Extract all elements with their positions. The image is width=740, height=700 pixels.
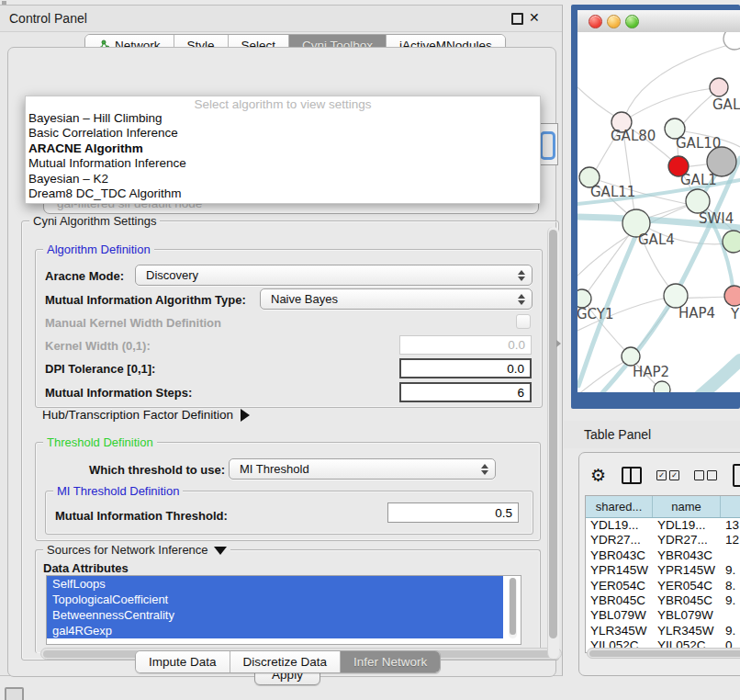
cell-value: 9. [721, 624, 740, 638]
network-canvas[interactable]: GALGAL80GAL10GAL1GAL11SWI4GAL4GCY1HAP4YH… [577, 32, 740, 392]
table-row[interactable]: YBL079WYBL079W [586, 608, 740, 623]
list-scrollbar-thumb[interactable] [510, 578, 516, 635]
algorithm-item-aracne-algorithm[interactable]: ARACNE Algorithm [26, 141, 540, 156]
tab-label: Infer Network [353, 655, 427, 669]
network-node-label: GAL80 [611, 128, 656, 144]
minimized-panel-icon[interactable] [5, 687, 24, 700]
table-toolbar: ⚙ ✓✓ [585, 460, 740, 490]
cell-shared-name: YBR043C [586, 548, 653, 563]
tab-infer-network[interactable]: Infer Network [341, 651, 440, 672]
cell-shared-name: YPR145W [586, 563, 653, 578]
mi-type-combobox[interactable]: Naive Bayes [260, 288, 533, 310]
deselect-all-icon[interactable] [694, 470, 717, 480]
table-row[interactable]: YDL19...YDL19...13 [586, 518, 740, 533]
cell-shared-name: YBR045C [586, 593, 653, 608]
mi-steps-label: Mutual Information Steps: [45, 386, 192, 400]
focused-stepper-fragment [540, 131, 555, 160]
network-view-window: GALGAL80GAL10GAL1GAL11SWI4GAL4GCY1HAP4YH… [571, 5, 740, 409]
network-node[interactable] [723, 32, 740, 50]
column-header-shared[interactable]: shared... [586, 496, 653, 517]
network-node-label: SWI4 [699, 210, 734, 227]
document-icon[interactable] [733, 464, 740, 487]
algorithm-item-bayesian-k2[interactable]: Bayesian – K2 [26, 172, 540, 186]
aracne-mode-value: Discovery [146, 268, 198, 282]
algorithm-item-dream8-dc-tdc-algorithm[interactable]: Dream8 DC_TDC Algorithm [26, 186, 540, 201]
data-attributes-list[interactable]: SelfLoopsTopologicalCoefficientBetweenne… [46, 575, 521, 645]
cell-shared-name: YBL079W [586, 608, 653, 623]
table-row[interactable]: YER054CYER054C8. [586, 579, 740, 593]
algorithm-dropdown-placeholder: Select algorithm to view settings [26, 97, 540, 111]
settings-vertical-thumb[interactable] [549, 230, 557, 638]
cell-name: YER054C [653, 579, 721, 593]
table-row[interactable]: YBR045CYBR045C9. [586, 593, 740, 608]
attribute-item-selfloops[interactable]: SelfLoops [47, 576, 503, 592]
network-node-hap2[interactable] [622, 347, 640, 366]
cell-shared-name: YLR345W [586, 624, 653, 638]
mi-threshold-field[interactable]: 0.5 [387, 502, 519, 523]
mi-steps-field[interactable]: 6 [399, 382, 532, 402]
aracne-mode-combobox[interactable]: Discovery [135, 265, 533, 286]
cell-name: YLR345W [653, 624, 721, 638]
select-all-icon[interactable]: ✓✓ [656, 470, 679, 480]
sources-title-row[interactable]: Sources for Network Inference [43, 543, 230, 557]
network-node-gcy1[interactable] [577, 289, 591, 308]
expand-arrow-icon[interactable] [241, 409, 250, 422]
table-row[interactable]: YDR27...YDR27...12 [586, 533, 740, 548]
network-node-y[interactable] [724, 286, 740, 306]
splitter-arrow-icon[interactable] [556, 340, 561, 347]
cell-value: 9. [721, 563, 740, 578]
tab-discretize-data[interactable]: Discretize Data [230, 651, 342, 672]
close-icon[interactable]: ✕ [529, 10, 540, 25]
algorithm-item-mutual-information-inference[interactable]: Mutual Information Inference [26, 156, 540, 171]
network-node-label: HAP4 [678, 305, 715, 322]
which-threshold-value: MI Threshold [240, 462, 309, 476]
which-threshold-combobox[interactable]: MI Threshold [229, 458, 496, 480]
attribute-item-betweennesscentrality[interactable]: BetweennessCentrality [47, 607, 503, 623]
attribute-item-topologicalcoefficient[interactable]: TopologicalCoefficient [47, 592, 503, 607]
table-horizontal-scrollbar[interactable] [587, 648, 740, 659]
cell-value [721, 608, 740, 623]
table-horizontal-thumb[interactable] [589, 650, 740, 657]
cell-name: YBR043C [653, 548, 721, 563]
network-graph: GALGAL80GAL10GAL1GAL11SWI4GAL4GCY1HAP4YH… [577, 32, 740, 392]
table-row[interactable]: YBR043CYBR043C [586, 548, 740, 563]
close-traffic-light[interactable] [589, 15, 602, 28]
float-window-icon[interactable] [511, 13, 523, 25]
hub-section-label: Hub/Transcription Factor Definition [42, 408, 233, 422]
list-scrollbar[interactable] [509, 578, 517, 638]
network-node[interactable] [723, 231, 740, 253]
algorithm-item-bayesian-hill-climbing[interactable]: Bayesian – Hill Climbing [26, 111, 540, 126]
settings-vertical-scrollbar[interactable] [547, 227, 559, 659]
cell-name: YBL079W [653, 608, 721, 623]
mi-type-label: Mutual Information Algorithm Type: [45, 293, 246, 307]
zoom-traffic-light[interactable] [625, 15, 639, 28]
network-node[interactable] [654, 381, 670, 392]
tab-label: Discretize Data [243, 655, 328, 669]
network-node-label: HAP2 [633, 364, 669, 380]
network-node-gal[interactable] [710, 78, 728, 96]
manual-kernel-checkbox[interactable] [516, 314, 531, 329]
threshold-definition-title: Threshold Definition [43, 435, 157, 449]
cell-shared-name: YER054C [586, 579, 653, 593]
algorithm-item-basic-correlation-inference[interactable]: Basic Correlation Inference [26, 126, 540, 141]
attribute-item-gal4rgexp[interactable]: gal4RGexp [47, 623, 503, 638]
screen: { "colors": { "legend_blue": "#2525cf", … [0, 0, 740, 700]
column-header-cut[interactable] [721, 496, 740, 517]
network-window-titlebar[interactable] [577, 10, 740, 33]
network-node-label: Y [730, 306, 740, 322]
table-row[interactable]: YPR145WYPR145W9. [586, 563, 740, 578]
collapse-arrow-icon[interactable] [214, 547, 227, 555]
cell-name: YPR145W [653, 563, 721, 578]
dpi-tolerance-field[interactable]: 0.0 [399, 358, 532, 378]
network-node-label: GCY1 [577, 306, 614, 322]
split-view-icon[interactable] [622, 467, 642, 484]
gear-icon[interactable]: ⚙ [590, 465, 606, 485]
minimize-traffic-light[interactable] [607, 15, 621, 28]
table-row[interactable]: YLR345WYLR345W9. [586, 624, 740, 638]
control-panel-title: Control Panel [9, 11, 87, 26]
tab-impute-data[interactable]: Impute Data [136, 651, 230, 672]
stepper-arrows-icon [518, 270, 525, 281]
column-header-name[interactable]: name [653, 496, 721, 517]
cell-name: YDR27... [653, 533, 721, 548]
hub-section-row[interactable]: Hub/Transcription Factor Definition [42, 408, 250, 422]
